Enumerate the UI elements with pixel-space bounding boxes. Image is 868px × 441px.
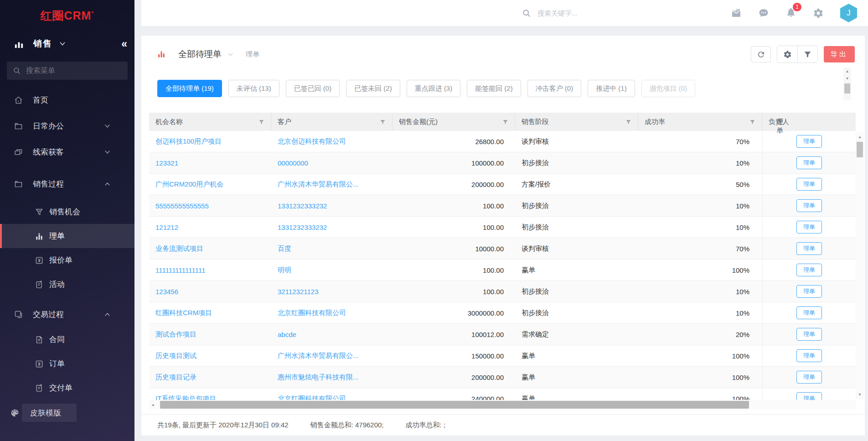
customer-link[interactable]: 惠州市魅炫电子科技有限... xyxy=(278,373,359,382)
lidan-action-button[interactable]: 理单 xyxy=(796,178,822,191)
scroll-down-arrow[interactable]: ▾ xyxy=(843,75,851,82)
sidebar-item-home[interactable]: 首页 xyxy=(0,87,134,113)
filter-tab[interactable]: 全部待理单 (19) xyxy=(157,80,222,97)
lidan-action-button[interactable]: 理单 xyxy=(796,306,822,319)
sidebar-item-sales-process[interactable]: 销售过程 xyxy=(0,171,134,197)
customer-link[interactable]: 1331232333232 xyxy=(278,202,327,210)
stage-cell: 初步接洽 xyxy=(515,195,638,216)
rate-cell: 50% xyxy=(638,174,762,195)
opportunity-link[interactable]: 业务流测试项目 xyxy=(155,244,203,253)
customer-link[interactable]: abcde xyxy=(278,331,296,338)
lidan-action-button[interactable]: 理单 xyxy=(796,156,822,169)
filter-tab[interactable]: 冲击客户 (0) xyxy=(527,80,582,97)
sidebar-item-leads[interactable]: 线索获客 xyxy=(0,139,134,165)
scroll-down-arrow[interactable]: ▾ xyxy=(856,391,864,398)
opportunity-link[interactable]: 121212 xyxy=(155,223,178,231)
lidan-action-button[interactable]: 理单 xyxy=(796,392,822,400)
opportunity-link[interactable]: 123456 xyxy=(155,288,178,296)
sidebar-item-trade-process[interactable]: 交易过程 xyxy=(0,301,134,327)
yuan-box-icon: ¥ xyxy=(35,256,44,265)
lidan-action-button[interactable]: 理单 xyxy=(796,328,822,341)
global-search[interactable] xyxy=(522,0,624,26)
customer-link[interactable]: 1331232333232 xyxy=(278,223,327,231)
scrollbar-thumb[interactable] xyxy=(857,142,863,157)
scroll-left-arrow[interactable]: ◂ xyxy=(149,402,156,407)
lidan-action-button[interactable]: 理单 xyxy=(796,242,822,255)
customer-link[interactable]: 广州水清木华贸易有限公... xyxy=(278,352,359,360)
customer-link[interactable]: 北京红圈科技有限公司 xyxy=(278,309,346,317)
gear-icon[interactable] xyxy=(813,8,824,19)
scroll-up-arrow[interactable]: ▴ xyxy=(843,67,851,75)
opportunity-link[interactable]: 历史项目测试 xyxy=(155,352,196,360)
filter-tab[interactable]: 推进中 (1) xyxy=(588,80,635,97)
customer-link[interactable]: 00000000 xyxy=(278,159,308,167)
lidan-action-button[interactable]: 理单 xyxy=(796,349,822,362)
opportunity-link[interactable]: 创迈科技100用户项目 xyxy=(155,137,222,146)
customer-link[interactable]: 广州水清木华贸易有限公... xyxy=(278,180,359,189)
amount-cell: 100.00 xyxy=(393,281,515,302)
table-vertical-scrollbar[interactable]: ▴ ▾ xyxy=(856,132,864,399)
sidebar-item-activity[interactable]: 活动 xyxy=(0,272,134,296)
filter-tab[interactable]: 已签已回 (0) xyxy=(286,80,340,97)
tabs-scrollbar[interactable]: ▴ ▾ xyxy=(843,67,851,100)
sidebar-item-order[interactable]: ¥ 订单 xyxy=(0,352,134,376)
customer-link[interactable]: 北京红圈科技有限公司 xyxy=(278,394,346,400)
chat-icon[interactable] xyxy=(758,8,769,19)
folder-icon xyxy=(14,179,23,189)
opportunity-link[interactable]: 测试合作项目 xyxy=(155,330,196,339)
table-horizontal-scrollbar[interactable]: ◂ xyxy=(149,400,856,410)
refresh-button[interactable] xyxy=(751,46,771,62)
sidebar-item-daily-office[interactable]: 日常办公 xyxy=(0,113,134,139)
customer-link[interactable]: 百度 xyxy=(278,244,291,253)
scroll-up-arrow[interactable]: ▴ xyxy=(856,133,864,140)
sidebar-item-delivery[interactable]: 交付单 xyxy=(0,376,134,400)
lidan-action-button[interactable]: 理单 xyxy=(796,221,822,233)
chevron-down-icon[interactable] xyxy=(227,51,234,58)
opportunity-link[interactable]: IT系统采购总包项目 xyxy=(155,394,216,400)
menu-search-input[interactable] xyxy=(26,67,122,75)
opportunity-link[interactable]: 广州CRM200用户机会 xyxy=(155,180,223,189)
funnel-icon[interactable] xyxy=(625,119,632,125)
workspace-switcher[interactable]: 销售 « xyxy=(0,31,134,57)
opportunity-link[interactable]: 历史项目记录 xyxy=(155,373,196,382)
opportunity-link[interactable]: 55555555555555 xyxy=(155,202,209,210)
customer-link[interactable]: 32112321123 xyxy=(278,288,319,296)
filter-tab[interactable]: 濒危项目 (0) xyxy=(641,80,696,97)
sidebar-item-skin-template[interactable]: 皮肤模版 xyxy=(0,404,134,422)
menu-search[interactable] xyxy=(7,62,128,80)
sidebar-item-quote[interactable]: ¥ 报价单 xyxy=(0,248,134,272)
lidan-action-button[interactable]: 理单 xyxy=(796,285,822,298)
lidan-action-button[interactable]: 理单 xyxy=(796,264,822,276)
sidebar-item-lidan[interactable]: 理单 xyxy=(0,224,134,248)
lidan-action-button[interactable]: 理单 xyxy=(796,135,822,148)
customer-link[interactable]: 北京创迈科技有限公司 xyxy=(278,137,346,146)
chevron-up-icon xyxy=(104,311,111,318)
filter-tab[interactable]: 重点跟进 (3) xyxy=(407,80,461,97)
lidan-action-button[interactable]: 理单 xyxy=(796,199,822,212)
filter-tab[interactable]: 未评估 (13) xyxy=(228,80,279,97)
column-settings-button[interactable] xyxy=(777,46,797,62)
sidebar-item-opportunity[interactable]: 销售机会 xyxy=(0,200,134,224)
opportunity-link[interactable]: 123321 xyxy=(155,159,178,167)
sidebar-collapse-icon[interactable]: « xyxy=(121,39,127,49)
filter-tab[interactable]: 已签未回 (2) xyxy=(346,80,400,97)
funnel-icon[interactable] xyxy=(258,119,265,125)
filter-tab[interactable]: 能签能回 (2) xyxy=(467,80,521,97)
mail-icon[interactable] xyxy=(731,8,742,19)
filter-button[interactable] xyxy=(797,46,817,62)
sidebar-item-contract[interactable]: 合同 xyxy=(0,327,134,352)
opportunity-link[interactable]: 111111111111111 xyxy=(155,266,206,274)
lidan-action-button[interactable]: 理单 xyxy=(796,371,822,384)
scrollbar-thumb[interactable] xyxy=(844,83,850,93)
funnel-icon[interactable] xyxy=(379,119,386,125)
notifications[interactable]: 1 xyxy=(785,7,796,20)
export-button[interactable]: 导出 xyxy=(824,46,855,62)
avatar[interactable]: J xyxy=(840,4,857,22)
funnel-icon[interactable] xyxy=(502,119,509,125)
amount-cell: 200000.00 xyxy=(393,367,515,388)
global-search-input[interactable] xyxy=(537,9,624,17)
customer-link[interactable]: 明明 xyxy=(278,266,291,275)
scrollbar-thumb[interactable] xyxy=(160,401,749,409)
funnel-icon[interactable] xyxy=(749,119,756,125)
opportunity-link[interactable]: 红圈科技CRM项目 xyxy=(155,309,212,317)
